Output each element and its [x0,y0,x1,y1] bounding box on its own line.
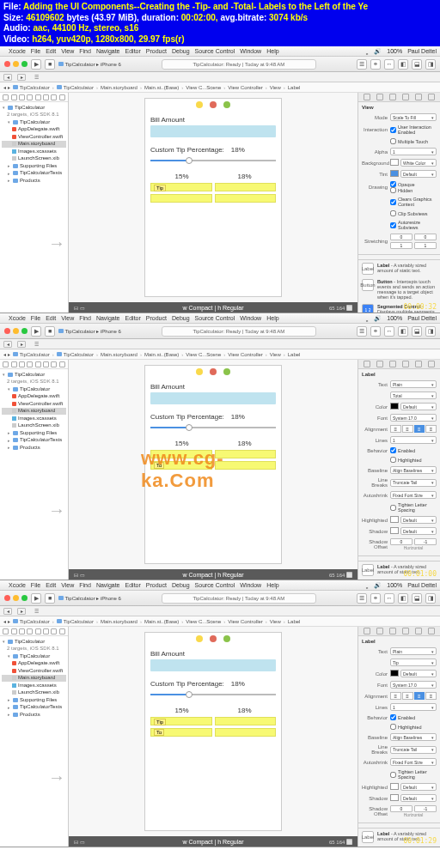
menu-file[interactable]: File [31,315,40,321]
breadcrumb[interactable]: ◂ ▸ TipCalculator› TipCalculator› Main.s… [0,82,440,93]
tip-tag-label[interactable]: To [154,462,164,469]
text-value-field[interactable]: Tip [390,659,437,666]
pane-left-button[interactable]: ◧ [398,593,408,604]
editor-standard-button[interactable]: ☰ [357,326,367,337]
mode-select[interactable]: Scale To Fill [390,113,437,121]
tip-label-18[interactable] [215,717,277,725]
nav-back-button[interactable]: ◂ [3,341,12,348]
zoom-controls[interactable]: ⊟ ▭ [74,839,85,845]
nav-fwd-button[interactable]: ▸ [17,74,26,81]
zoom-controls[interactable]: ⊟ ▭ [74,572,85,578]
lines-stepper[interactable]: 1 [390,703,437,711]
tip-tag-label[interactable]: Tip [154,185,166,191]
bill-amount-field[interactable] [150,659,276,671]
tip-slider-thumb[interactable] [186,157,192,164]
nav-fwd-button[interactable]: ▸ [17,341,26,348]
editor-version-button[interactable]: ↔ [384,593,394,604]
pane-left-button[interactable]: ◧ [398,326,408,337]
total-label-18[interactable] [215,461,277,470]
scheme-select[interactable]: TipCalculator ▸ iPhone 6 [58,61,121,67]
font-select[interactable]: System 17.0 [390,414,437,422]
menu-find[interactable]: Find [79,315,91,321]
menu-navigate[interactable]: Navigate [96,582,120,588]
nav-back-button[interactable]: ◂ [3,608,12,615]
pane-bottom-button[interactable]: ⬓ [412,326,422,337]
menu-editor[interactable]: Editor [125,315,141,321]
menu-file[interactable]: File [31,582,40,588]
inspector-selector[interactable] [358,360,440,369]
interface-builder-canvas[interactable]: → Bill Amount Custom Tip Percentage: 18% [69,93,358,313]
stop-button[interactable]: ■ [45,326,55,337]
size-class-bar[interactable]: ⊟ ▭ w Compact | h Regular 65 164 ⬜ [69,569,358,580]
menu-help[interactable]: Help [266,582,278,588]
interaction-check[interactable] [390,127,396,133]
total-label-18[interactable] [215,728,277,737]
pane-right-button[interactable]: ◨ [425,59,436,70]
editor-standard-button[interactable]: ☰ [357,593,367,604]
menu-editor[interactable]: Editor [125,48,141,54]
menu-xcode[interactable]: Xcode [9,48,26,54]
menu-product[interactable]: Product [146,315,167,321]
bg-swatch[interactable] [390,159,399,166]
color-swatch[interactable] [390,670,399,677]
menu-editor[interactable]: Editor [125,582,141,588]
run-button[interactable]: ▶ [31,59,41,70]
alignment-control[interactable]: ≡≡≡≡ [390,425,437,433]
menu-edit[interactable]: Edit [46,582,56,588]
breadcrumb[interactable]: ◂ ▸ TipCalculator› TipCalculator› Main.s… [0,349,440,360]
menu-window[interactable]: Window [240,582,261,588]
tint-swatch[interactable] [390,170,399,177]
menu-help[interactable]: Help [266,48,278,54]
tip-label-15[interactable] [150,450,212,458]
menu-product[interactable]: Product [146,582,167,588]
menu-sc[interactable]: Source Control [195,582,235,588]
menu-sc[interactable]: Source Control [195,48,235,54]
editor-version-button[interactable]: ↔ [384,59,394,70]
menu-sc[interactable]: Source Control [195,315,235,321]
inspector-selector[interactable] [358,93,440,102]
pane-left-button[interactable]: ◧ [398,59,408,70]
tip-slider-thumb[interactable] [186,691,192,698]
alignment-control[interactable]: ≡≡≡≡ [390,692,437,700]
window-controls[interactable] [4,328,28,334]
size-class-bar[interactable]: ⊟ ▭ w Compact | h Regular 65 164 ⬜ [69,302,358,313]
tip-label-18[interactable] [215,183,277,191]
menu-find[interactable]: Find [79,582,91,588]
alpha-stepper[interactable]: 1 [390,148,437,155]
zoom-controls[interactable]: ⊟ ▭ [74,305,85,311]
nav-fwd-button[interactable]: ▸ [17,608,26,615]
text-style-select[interactable]: Plain [390,380,437,388]
inspector-panel[interactable]: Label TextPlain Total ColorDefault FontS… [358,360,440,580]
menu-xcode[interactable]: Xcode [9,315,26,321]
menu-debug[interactable]: Debug [172,582,190,588]
stop-button[interactable]: ■ [45,59,55,70]
device-preview[interactable]: Bill Amount Custom Tip Percentage: 18% 1… [144,365,282,564]
font-select[interactable]: System 17.0 [390,681,437,689]
breadcrumb[interactable]: ◂ ▸ TipCalculator› TipCalculator› Main.s… [0,616,440,627]
editor-standard-button[interactable]: ☰ [357,59,367,70]
pane-right-button[interactable]: ◨ [425,593,436,604]
pane-right-button[interactable]: ◨ [425,326,436,337]
menu-window[interactable]: Window [240,315,261,321]
tip-tag-label[interactable]: To [154,729,164,736]
total-label-18[interactable] [215,194,277,203]
project-navigator[interactable]: ▾TipCalculator 2 targets, iOS SDK 8.1 ▾T… [0,627,69,847]
editor-version-button[interactable]: ↔ [384,326,394,337]
multitouch-check[interactable] [390,138,396,144]
editor-assist-button[interactable]: ⚭ [370,59,381,70]
text-value-field[interactable]: Total [390,392,437,399]
bill-amount-field[interactable] [150,392,276,404]
menu-product[interactable]: Product [146,48,167,54]
constraint-controls[interactable]: 65 164 ⬜ [329,305,352,311]
color-swatch[interactable] [390,403,399,410]
bill-amount-field[interactable] [150,125,276,137]
inspector-panel[interactable]: Label TextPlain Tip ColorDefault FontSys… [358,627,440,847]
inspector-selector[interactable] [358,627,440,636]
stop-button[interactable]: ■ [45,593,55,604]
tip-tag-label[interactable]: Tip [154,719,166,725]
pane-bottom-button[interactable]: ⬓ [412,59,422,70]
constraint-controls[interactable]: 65 164 ⬜ [329,572,352,578]
text-style-select[interactable]: Plain [390,647,437,655]
project-navigator[interactable]: ▾TipCalculator 2 targets, iOS SDK 8.1 ▾T… [0,360,69,580]
menu-edit[interactable]: Edit [46,48,56,54]
